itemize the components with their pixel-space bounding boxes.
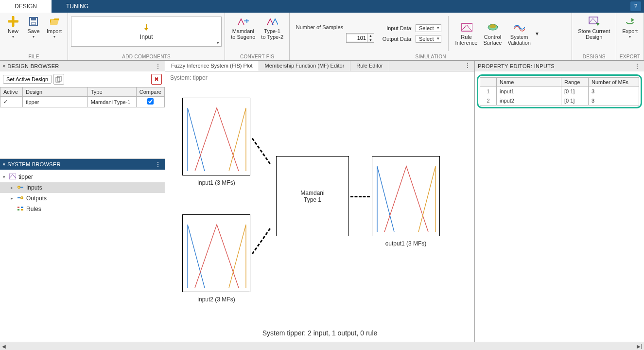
svg-point-13: [21, 197, 22, 198]
design-browser: Set Active Design ✖ Active Design Type C…: [0, 71, 165, 159]
convert-m2s-icon: [237, 16, 249, 27]
rule-inference-button[interactable]: RuleInference: [453, 20, 481, 47]
tab-rule-editor[interactable]: Rule Editor: [350, 61, 389, 71]
tab-design[interactable]: DESIGN: [0, 0, 52, 13]
store-current-design-button[interactable]: Store CurrentDesign: [575, 15, 613, 41]
scroll-left-icon[interactable]: ◀: [2, 344, 6, 349]
system-label: System: tipper: [165, 71, 474, 84]
collapse-icon[interactable]: ▾: [3, 162, 5, 167]
input-arrow-icon: [142, 23, 151, 34]
num-samples-label: Number of Samples: [293, 24, 346, 30]
document-tabs: Fuzzy Inference System (FIS) Plot Member…: [165, 61, 474, 71]
simulation-overflow[interactable]: ▾: [534, 30, 540, 37]
connection-line: [350, 196, 370, 197]
input1-label: input1 (3 MFs): [182, 179, 250, 186]
design-browser-menu[interactable]: ⋮: [155, 62, 162, 70]
svg-rect-17: [21, 209, 23, 210]
delete-design-button[interactable]: ✖: [151, 74, 162, 85]
input-data-label: Input Data:: [379, 25, 416, 31]
output1-label: output1 (3 MFs): [372, 240, 440, 247]
export-icon: [624, 16, 636, 27]
output-data-label: Output Data:: [379, 36, 416, 42]
doc-tabs-menu[interactable]: ⋮: [465, 62, 470, 69]
scroll-right-icon[interactable]: ▶|: [637, 344, 642, 349]
input1-node[interactable]: [182, 98, 250, 175]
import-button[interactable]: Import▾: [44, 15, 65, 40]
tab-fis-plot[interactable]: Fuzzy Inference System (FIS) Plot: [165, 61, 259, 71]
save-icon: [28, 16, 39, 27]
inputs-table: Name Range Number of MFs 1 input1 [0 1] …: [480, 77, 639, 105]
input2-label: input2 (3 MFs): [182, 296, 250, 303]
system-browser-menu[interactable]: ⋮: [155, 160, 162, 168]
group-label-file: FILE: [0, 54, 68, 60]
system-validation-icon: [513, 21, 525, 33]
tree-node-rules[interactable]: Rules: [0, 204, 165, 214]
output1-node[interactable]: [372, 156, 440, 236]
add-component-label: Input: [140, 34, 153, 40]
mamdani-to-sugeno-button[interactable]: Mamdanito Sugeno: [228, 15, 258, 41]
property-editor: Name Range Number of MFs 1 input1 [0 1] …: [475, 71, 644, 342]
diagram-footer: System tipper: 2 input, 1 output, 0 rule: [165, 326, 474, 342]
system-browser-header: ▾ SYSTEM BROWSER ⋮: [0, 159, 165, 170]
svg-rect-1: [31, 18, 36, 20]
tab-tuning[interactable]: TUNING: [52, 0, 103, 13]
design-table: Active Design Type Compare ✓ tipper Mamd…: [0, 87, 165, 107]
save-button[interactable]: Save▾: [23, 15, 44, 40]
svg-point-5: [489, 24, 496, 28]
table-row[interactable]: 1 input1 [0 1] 3: [480, 87, 639, 96]
design-browser-header: ▾ DESIGN BROWSER ⋮: [0, 61, 165, 71]
store-design-icon: [588, 16, 600, 27]
system-browser: ▾ tipper ▸ Inputs ▸ Outputs Rul: [0, 170, 165, 342]
fis-icon: [9, 174, 17, 181]
add-component-dropdown[interactable]: Input ▾: [71, 17, 222, 47]
rule-inference-icon: [461, 21, 472, 33]
export-button[interactable]: Export▾: [619, 15, 641, 40]
help-button[interactable]: ?: [630, 1, 641, 11]
rules-icon: [17, 206, 24, 213]
tab-mf-editor[interactable]: Membership Function (MF) Editor: [259, 61, 351, 71]
num-samples-input[interactable]: ▲▼: [346, 33, 374, 43]
connection-line: [252, 138, 271, 164]
status-bar: ◀ ▶|: [0, 342, 644, 350]
tree-node-tipper[interactable]: ▾ tipper: [0, 172, 165, 182]
svg-rect-2: [32, 22, 35, 25]
control-surface-button[interactable]: ControlSurface: [480, 20, 505, 47]
convert-t12-icon: [266, 16, 278, 27]
inputs-icon: [17, 184, 24, 192]
mamdani-node[interactable]: Mamdani Type 1: [276, 156, 349, 236]
tree-node-inputs[interactable]: ▸ Inputs: [0, 182, 165, 193]
property-editor-header: PROPERTY EDITOR: INPUTS ⋮: [475, 61, 644, 71]
type1-to-type2-button[interactable]: Type-1to Type-2: [258, 15, 286, 41]
app-tab-strip: DESIGN TUNING ?: [0, 0, 644, 13]
compare-checkbox[interactable]: [147, 98, 154, 105]
tree-node-outputs[interactable]: ▸ Outputs: [0, 193, 165, 204]
property-editor-menu[interactable]: ⋮: [634, 62, 641, 70]
inputs-table-highlight: Name Range Number of MFs 1 input1 [0 1] …: [477, 74, 642, 108]
group-label-designs: DESIGNS: [572, 54, 616, 60]
connection-line: [252, 228, 271, 254]
group-label-simulation: SIMULATION: [290, 54, 572, 60]
group-label-convert: CONVERT FIS: [225, 54, 289, 60]
fis-diagram[interactable]: input1 (3 MFs) input2 (3 MFs) Mamdani Ty…: [165, 84, 474, 326]
copy-design-button[interactable]: [53, 74, 64, 85]
collapse-icon[interactable]: ▾: [3, 64, 5, 69]
svg-rect-14: [17, 207, 19, 208]
table-row[interactable]: 2 input2 [0 1] 3: [480, 96, 639, 105]
plus-icon: [7, 16, 19, 27]
group-label-export: EXPORT: [616, 54, 644, 60]
toolstrip: New▾ Save▾ Import▾ FILE Input ▾ ADD C: [0, 13, 644, 61]
svg-rect-16: [21, 207, 23, 208]
svg-point-11: [18, 186, 19, 187]
input-data-select[interactable]: Select: [416, 24, 441, 32]
outputs-icon: [17, 195, 24, 202]
set-active-design-button[interactable]: Set Active Design: [3, 75, 52, 84]
group-label-addcomp: ADD COMPONENTS: [68, 54, 225, 60]
output-data-select[interactable]: Select: [416, 35, 441, 43]
svg-rect-15: [17, 209, 19, 210]
control-surface-icon: [487, 21, 498, 33]
input2-node[interactable]: [182, 214, 250, 292]
table-row[interactable]: ✓ tipper Mamdani Type-1: [0, 97, 165, 107]
system-validation-button[interactable]: SystemValidation: [505, 20, 534, 47]
new-button[interactable]: New▾: [3, 15, 23, 40]
folder-open-icon: [49, 16, 60, 27]
